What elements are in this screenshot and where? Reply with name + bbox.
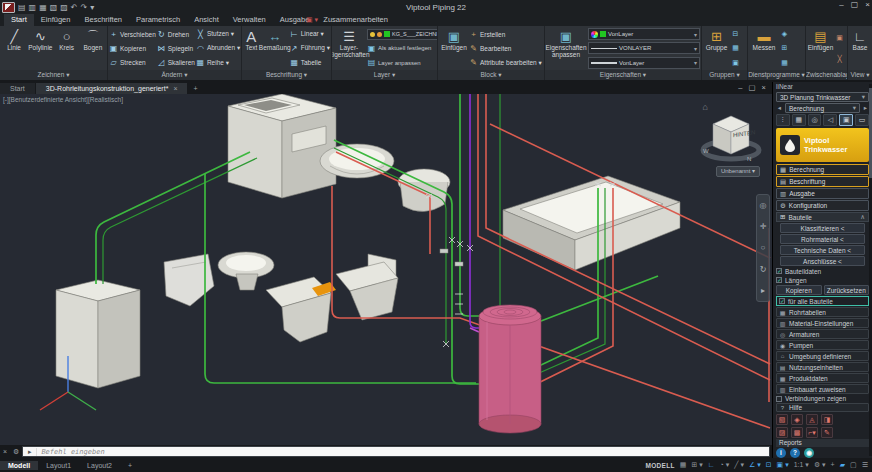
match-properties-button[interactable]: ▣ Eigenschaften anpassen [546, 27, 586, 70]
base-view-button[interactable]: ∟ Base [849, 27, 871, 70]
palette-list-item[interactable]: ▤ Nutzungseinheiten [776, 362, 869, 372]
help-icon[interactable]: ? [790, 448, 800, 458]
monitor-icon[interactable]: ▣ [839, 114, 853, 126]
modify-tool-button[interactable]: ↻Drehen [157, 28, 195, 41]
isolate-icon[interactable]: + [831, 461, 835, 469]
tab-drawing[interactable]: 3D-Rohrleitungskonstruktion_generiert*× [36, 83, 188, 94]
orbit-icon[interactable]: ↻ [760, 265, 767, 274]
color-dropdown[interactable]: VonLayer ▾ [588, 28, 700, 40]
grid-icon[interactable]: ▦ [680, 461, 687, 469]
palette-list-item[interactable]: ▦ Rohrtabellen [776, 307, 869, 317]
ribbon-extra-icon[interactable]: ▣ ▾ [306, 16, 318, 26]
restore-button[interactable]: ▢ [851, 0, 859, 9]
paste-button[interactable]: ▤ Einfügen [807, 27, 834, 70]
kopieren-button[interactable]: Kopieren [776, 285, 822, 295]
pan-icon[interactable]: ✛ [760, 222, 767, 231]
command-input[interactable]: ▸ Befehl eingeben [22, 446, 770, 457]
count-icon[interactable]: ⊞ [782, 44, 788, 52]
doc-restore-button[interactable]: ▢ [749, 83, 756, 92]
named-view-dropdown[interactable]: Unbenannt ▾ [716, 166, 760, 177]
bauteile-sub-button[interactable]: Rohrmaterial < [780, 234, 865, 244]
sync-icon[interactable]: ◉ [804, 448, 814, 458]
modify-tool-button[interactable]: ▦Reihe ▾ [196, 56, 240, 69]
sound-icon[interactable]: ◁ [823, 114, 837, 126]
palette-main-button[interactable]: ▦ Berechnung [776, 164, 869, 175]
ribbon-tab[interactable]: Einfügen [34, 14, 78, 26]
table-icon[interactable]: ▦ [792, 114, 806, 126]
project-dropdown[interactable]: 3D Planung Trinkwasser ▾ [776, 92, 869, 102]
ortho-icon[interactable]: ∟ [708, 461, 715, 469]
isodraft-icon[interactable]: ╱ ▾ [734, 461, 744, 469]
doc-minimize-button[interactable]: – [738, 83, 742, 92]
quickcalc-icon[interactable]: ▦ [781, 59, 788, 67]
customize-icon[interactable]: ☰ [862, 461, 868, 469]
brush-icon[interactable]: ✎ [821, 427, 833, 438]
ribbon-tab[interactable]: Start [4, 14, 34, 26]
palette-list-item[interactable]: ◉ Pumpen [776, 340, 869, 350]
ribbon-tab[interactable]: Parametrisch [129, 14, 187, 26]
osnap3d-icon[interactable]: ▣ ▾ [777, 461, 789, 469]
modify-tool-button[interactable]: ◿Skalieren [157, 56, 195, 69]
draw-tool-button[interactable]: ⌒ Bogen [80, 27, 106, 70]
linetype-dropdown[interactable]: VONLAYER ▾ [588, 42, 700, 54]
navigation-bar[interactable]: ◎ ✛ ○ ↻ ▸ [756, 194, 770, 302]
layer-match-button[interactable]: ▤ Layer anpassen [367, 57, 438, 68]
doc-close-button[interactable]: × [762, 83, 766, 92]
palette-list-item[interactable]: ⌂ Umgebung definieren [776, 351, 869, 361]
bauteile-sub-button[interactable]: Technische Daten < [780, 245, 865, 255]
osnap-icon[interactable]: ∠ ▾ [749, 461, 761, 469]
annotation-tool-button[interactable]: ↗Führung ▾ [290, 42, 330, 55]
block-tool-button[interactable]: ✎Bearbeiten [469, 42, 542, 55]
checkbox-icon[interactable] [776, 396, 782, 402]
group-select-icon[interactable]: ▣ [732, 59, 739, 67]
layer-properties-button[interactable]: ☰ Layer- Eigenschaften [333, 27, 365, 70]
draw-tool-button[interactable]: ∿ Polylinie [27, 27, 53, 70]
cut-icon[interactable]: ╳ [837, 55, 841, 63]
ribbon-tab[interactable]: Beschriften [77, 14, 129, 26]
graphics-icon[interactable]: ▰ [840, 461, 845, 469]
viewcube[interactable]: W N HINTEN [700, 108, 762, 170]
report-pipe-icon[interactable]: ▧ [776, 414, 788, 425]
report-part-icon[interactable]: ◨ [821, 414, 833, 425]
group-label-gruppen[interactable]: Gruppen ▾ [702, 70, 747, 80]
info-icon[interactable]: i [776, 448, 786, 458]
bemassung-button[interactable]: ↔ Bemaßung [260, 27, 290, 70]
palette-main-button[interactable]: ⚙ Konfiguration [776, 200, 869, 211]
checkbox-icon[interactable]: ✓ [776, 268, 782, 274]
layout-tab[interactable]: + [120, 461, 140, 470]
id-point-icon[interactable]: ◈ [782, 30, 787, 38]
bauteile-sub-button[interactable]: Anschlüsse < [780, 256, 865, 266]
bauteile-checkbox[interactable]: ✓ Bauteildaten [776, 267, 869, 275]
group-label-zwischenablage[interactable]: Zwischenablage [806, 70, 847, 80]
layout-tab[interactable]: Layout1 [38, 461, 79, 470]
group-button[interactable]: ⊞ Gruppe [703, 27, 730, 70]
checkbox-icon[interactable]: ✓ [776, 277, 782, 283]
command-close-icon[interactable]: × [0, 448, 10, 455]
tab-start[interactable]: Start [0, 83, 35, 94]
report-tag-icon[interactable]: ◬ [806, 414, 818, 425]
modify-tool-button[interactable]: ╳Stutzen ▾ [196, 28, 240, 41]
prev-mode-arrow[interactable]: ◂ [776, 104, 783, 112]
palette-list-item[interactable]: ▦ Produktdaten [776, 373, 869, 383]
sheet-icon[interactable]: ▨ [776, 427, 788, 438]
bauteile-section-header[interactable]: ⊞ Bauteile ∧ [776, 212, 869, 222]
zoom-icon[interactable]: ○ [761, 243, 766, 252]
palette-main-button[interactable]: ▤ Beschriftung [776, 176, 869, 187]
layer-dropdown[interactable]: KG_S___ZEICHNEN ▾ [367, 29, 438, 40]
model-space-label[interactable]: MODELL [646, 462, 675, 469]
text-button[interactable]: A Text [243, 27, 260, 70]
next-mode-arrow[interactable]: ▸ [862, 104, 869, 112]
steering-wheel-icon[interactable]: ◎ [760, 201, 767, 210]
ribbon-tab[interactable]: Verwalten [226, 14, 273, 26]
workspace-icon[interactable]: ⚙ ▾ [814, 461, 826, 469]
new-drawing-button[interactable]: + [188, 83, 202, 94]
target-icon[interactable]: ◎ [808, 114, 822, 126]
minimize-button[interactable]: – [839, 0, 843, 9]
group-label-beschriftung[interactable]: Beschriftung ▾ [242, 70, 331, 80]
annotation-tool-button[interactable]: ▦Tabelle [290, 56, 330, 69]
ribbon-tab[interactable]: Ansicht [187, 14, 226, 26]
mode-dropdown[interactable]: Berechnung ▾ [785, 103, 860, 113]
collapse-icon[interactable]: ∧ [860, 213, 865, 221]
annotation-scale[interactable]: 1:1 ▾ [794, 461, 809, 469]
checkbox-icon[interactable]: ✓ [779, 298, 785, 304]
